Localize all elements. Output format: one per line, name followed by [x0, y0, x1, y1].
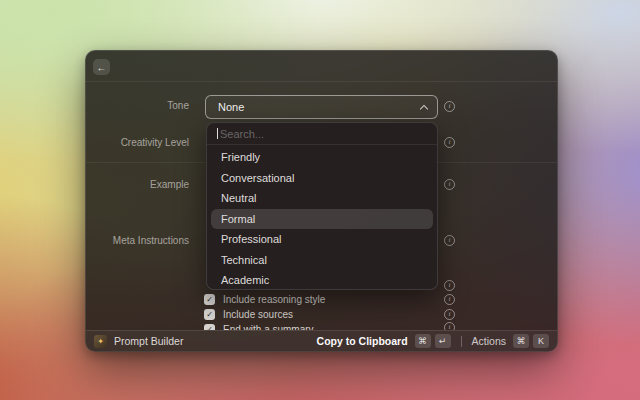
checkbox-label: Include reasoning style: [223, 294, 325, 305]
tone-dropdown-panel: Search... Friendly Conversational Neutra…: [206, 122, 438, 290]
label-creativity-level: Creativity Level: [86, 137, 189, 149]
copy-to-clipboard-button[interactable]: Copy to Clipboard: [317, 335, 408, 347]
dropdown-option-academic[interactable]: Academic: [211, 270, 433, 290]
dropdown-option-friendly[interactable]: Friendly: [211, 147, 433, 168]
dropdown-search-input[interactable]: Search...: [207, 123, 437, 145]
info-icon-example[interactable]: i: [444, 179, 455, 190]
dropdown-option-conversational[interactable]: Conversational: [211, 168, 433, 189]
prompt-builder-app-icon: ✦: [94, 335, 107, 348]
label-tone: Tone: [86, 100, 189, 112]
checkbox-label: Include sources: [223, 309, 293, 320]
k-key-badge: K: [533, 334, 549, 348]
info-icon-sources[interactable]: i: [444, 309, 455, 320]
tone-select[interactable]: None: [205, 95, 438, 119]
checkbox-row-reasoning: ✓ Include reasoning style: [204, 293, 325, 306]
checkbox-row-sources: ✓ Include sources: [204, 308, 293, 321]
label-example: Example: [86, 179, 189, 191]
footer-actions: Copy to Clipboard ⌘ ↵ Actions ⌘ K: [317, 334, 549, 348]
checkbox-include-sources[interactable]: ✓: [204, 309, 215, 320]
enter-key-badge: ↵: [435, 334, 451, 348]
search-placeholder: Search...: [220, 128, 264, 140]
checkmark-icon: ✓: [206, 310, 213, 319]
window-header: ←: [86, 51, 557, 82]
checkmark-icon: ✓: [206, 295, 213, 304]
app-name: Prompt Builder: [114, 335, 183, 347]
cmd-key-badge: ⌘: [415, 334, 431, 348]
back-arrow-icon: ←: [97, 62, 107, 73]
back-button[interactable]: ←: [93, 59, 110, 75]
info-icon-creativity[interactable]: i: [444, 137, 455, 148]
dropdown-option-technical[interactable]: Technical: [211, 250, 433, 271]
prompt-builder-window: ← Tone Creativity Level Example Meta Ins…: [85, 50, 558, 352]
dropdown-option-formal[interactable]: Formal: [211, 209, 433, 230]
cmd-key-badge: ⌘: [513, 334, 529, 348]
dropdown-option-neutral[interactable]: Neutral: [211, 188, 433, 209]
info-icon-reasoning[interactable]: i: [444, 294, 455, 305]
tone-select-value: None: [218, 101, 421, 113]
chevron-up-icon: [420, 104, 428, 112]
checkbox-row-summary: ✓ End with a summary: [204, 323, 314, 330]
actions-button[interactable]: Actions: [472, 335, 506, 347]
sparkle-icon: ✦: [97, 337, 104, 346]
text-cursor: [217, 128, 218, 139]
checkbox-include-reasoning[interactable]: ✓: [204, 294, 215, 305]
footer-divider: [461, 336, 462, 347]
form-area: Tone Creativity Level Example Meta Instr…: [86, 82, 557, 330]
info-icon-summary[interactable]: i: [444, 322, 455, 330]
dropdown-option-professional[interactable]: Professional: [211, 229, 433, 250]
window-footer: ✦ Prompt Builder Copy to Clipboard ⌘ ↵ A…: [86, 330, 557, 351]
label-meta-instructions: Meta Instructions: [86, 235, 189, 247]
info-icon-hidden-field[interactable]: i: [444, 280, 455, 291]
dropdown-option-list: Friendly Conversational Neutral Formal P…: [207, 145, 437, 290]
info-icon-meta[interactable]: i: [444, 235, 455, 246]
info-icon-tone[interactable]: i: [444, 101, 455, 112]
